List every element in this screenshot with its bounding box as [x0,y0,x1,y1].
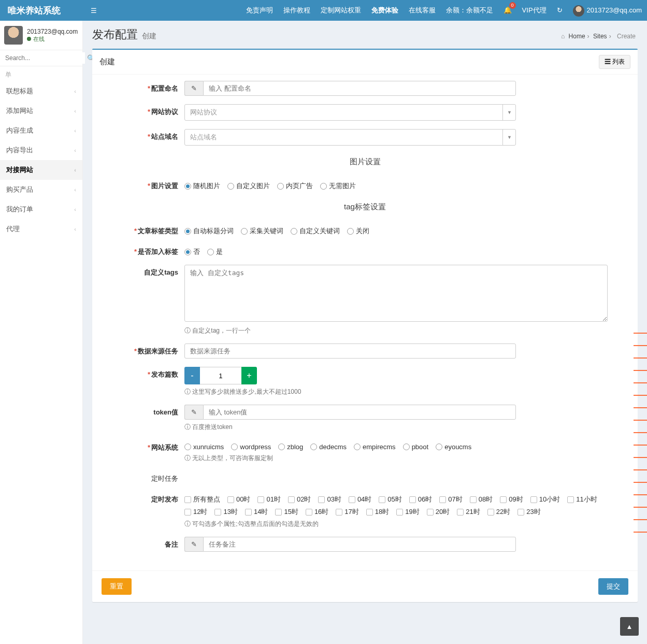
info-icon: ⓘ [184,327,191,334]
sidebar-item-0[interactable]: 联想标题‹ [0,81,82,101]
cron-option-22[interactable]: 21时 [457,507,480,517]
chevron-left-icon: ‹ [74,108,76,114]
cron-option-13[interactable]: 12时 [184,507,207,517]
cron-option-10[interactable]: 09时 [500,495,523,504]
radios-cms-option-4[interactable]: empirecms [354,443,396,451]
sidebar-item-7[interactable]: 代理‹ [0,219,82,239]
checkbox-icon [275,509,282,516]
remark-input[interactable] [203,537,516,552]
radio-icon [241,228,248,235]
cron-option-11[interactable]: 10小时 [530,495,560,504]
chevron-down-icon: ▼ [502,104,516,121]
list-button[interactable]: ☰ 列表 [599,55,630,69]
count-input[interactable] [200,367,241,384]
cron-option-17[interactable]: 16时 [306,507,328,517]
cron-option-19[interactable]: 18时 [366,507,389,517]
radio-icon [277,183,284,190]
radios-img-option-3[interactable]: 无需图片 [320,181,356,191]
nav-tutorial[interactable]: 操作教程 [278,0,315,21]
radio-icon [184,183,191,190]
checkbox-icon [396,509,403,516]
checkbox-icon [245,509,252,516]
count-minus-button[interactable]: - [184,367,200,384]
nav-disclaimer[interactable]: 免责声明 [241,0,278,21]
cron-option-14[interactable]: 13时 [214,507,237,517]
reset-button[interactable]: 重置 [102,578,132,595]
radios-tagtype-option-0[interactable]: 自动标题分词 [184,226,234,236]
nav-user[interactable]: 2013723@qq.com [568,0,647,21]
scroll-top-button[interactable]: ▲ [620,617,639,636]
sidebar-item-4[interactable]: 对接网站‹ [0,160,82,180]
checkbox-icon [487,509,494,516]
cron-option-20[interactable]: 19时 [396,507,419,517]
protocol-select[interactable]: 网站协议 [184,104,516,121]
radios-img-option-2[interactable]: 内页广告 [277,181,313,191]
cron-option-7[interactable]: 06时 [409,495,432,504]
nav-trial[interactable]: 免费体验 [366,0,404,21]
token-input[interactable] [203,405,516,420]
cron-option-3[interactable]: 02时 [288,495,311,504]
sidebar-item-5[interactable]: 购买产品‹ [0,180,82,199]
cron-option-18[interactable]: 17时 [336,507,358,517]
nav-weight[interactable]: 定制网站权重 [315,0,366,21]
cron-option-2[interactable]: 01时 [257,495,280,504]
radios-img-option-1[interactable]: 自定义图片 [227,181,270,191]
radios-tagtype-option-2[interactable]: 自定义关键词 [291,226,340,236]
cron-option-1[interactable]: 00时 [227,495,250,504]
radios-cms-option-1[interactable]: wordpress [231,443,271,451]
cron-option-5[interactable]: 04时 [349,495,371,504]
cron-option-16[interactable]: 15时 [275,507,298,517]
cron-option-21[interactable]: 20时 [427,507,450,517]
sidebar-item-2[interactable]: 内容生成‹ [0,121,82,140]
sidebar-toggle[interactable]: ☰ [83,7,105,15]
radio-icon [347,228,354,235]
nav-notifications[interactable]: 🔔 0 [498,0,517,21]
source-input[interactable] [184,344,516,359]
config-name-input[interactable] [203,81,516,96]
sidebar-search-input[interactable] [3,52,85,64]
radios-addtag-option-0[interactable]: 否 [184,247,200,256]
radios-cms-option-5[interactable]: pboot [403,443,429,451]
chevron-left-icon: ‹ [74,127,76,134]
domain-select[interactable]: 站点域名 [184,129,516,146]
radios-cms-option-2[interactable]: zblog [278,443,303,451]
radios-cms-option-0[interactable]: xunruicms [184,443,224,451]
submit-button[interactable]: 提交 [598,578,628,595]
checkbox-icon [366,509,373,516]
nav-vip[interactable]: VIP代理 [517,0,552,21]
radios-cms-option-3[interactable]: dedecms [310,443,347,451]
radios-cms-option-6[interactable]: eyoucms [436,443,471,451]
sidebar-item-1[interactable]: 添加网站‹ [0,101,82,121]
checkbox-icon [379,496,385,503]
cron-option-15[interactable]: 14时 [245,507,268,517]
pencil-icon: ✎ [184,405,203,420]
crumb-home[interactable]: Home [569,33,585,40]
radios-addtag-option-1[interactable]: 是 [207,247,223,256]
brand-logo[interactable]: 唯米养站系统 [0,5,83,17]
nav-support[interactable]: 在线客服 [404,0,441,21]
checkbox-icon [288,496,295,503]
radios-img-option-0[interactable]: 随机图片 [184,181,220,191]
nav-refresh[interactable]: ↻ [552,0,568,21]
home-icon: ⌂ [561,33,565,40]
cron-option-0[interactable]: 所有整点 [184,495,220,504]
cron-option-4[interactable]: 03时 [318,495,341,504]
sidebar-item-6[interactable]: 我的订单‹ [0,199,82,219]
radio-icon [207,249,214,255]
sidebar-item-3[interactable]: 内容导出‹ [0,140,82,160]
cron-option-24[interactable]: 23时 [517,507,540,517]
cron-option-9[interactable]: 08时 [470,495,493,504]
radio-icon [310,443,317,450]
cron-option-6[interactable]: 05时 [379,495,401,504]
custom-tags-textarea[interactable] [184,265,608,322]
radio-icon [403,443,410,450]
count-plus-button[interactable]: + [241,367,257,384]
cron-option-23[interactable]: 22时 [487,507,510,517]
radios-tagtype-option-1[interactable]: 采集关键词 [241,226,283,236]
checkbox-icon [336,509,342,516]
radios-tagtype-option-3[interactable]: 关闭 [347,226,369,236]
crumb-sites[interactable]: Sites [593,33,607,40]
checkbox-icon [257,496,264,503]
cron-option-12[interactable]: 11小时 [567,495,597,504]
cron-option-8[interactable]: 07时 [439,495,462,504]
